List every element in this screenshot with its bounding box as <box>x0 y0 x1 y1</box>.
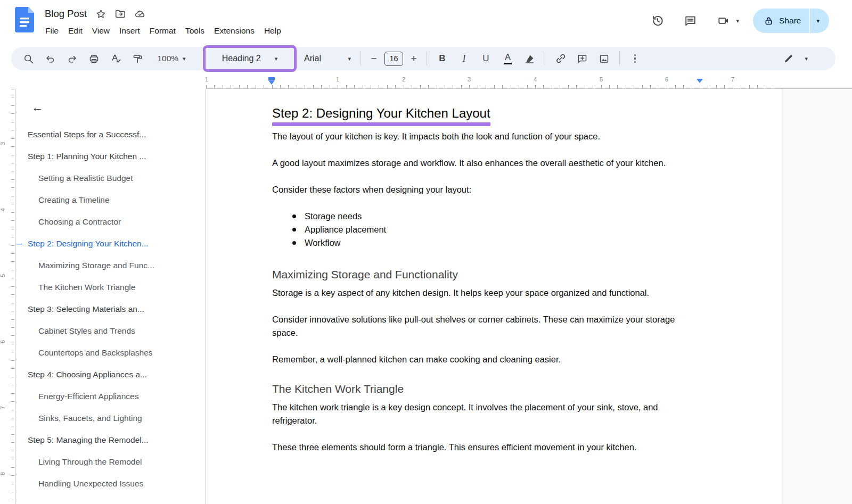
doc-paragraph[interactable]: Consider innovative solutions like pull-… <box>272 313 693 340</box>
first-line-indent-marker[interactable] <box>268 77 275 80</box>
toolbar-divider <box>619 52 620 65</box>
outline-item[interactable]: Step 5: Managing the Remodel... <box>16 429 206 451</box>
zoom-control[interactable]: 100% ▾ <box>149 54 194 63</box>
menu-insert[interactable]: Insert <box>114 24 145 37</box>
paragraph-style-control annotation-highlight-box[interactable]: Heading 2 ▾ <box>203 45 297 72</box>
font-size-field[interactable]: 16 <box>384 52 403 66</box>
paint-format-icon[interactable] <box>127 48 149 69</box>
toolbar-divider <box>361 52 361 65</box>
text-color-button[interactable]: A <box>497 48 519 69</box>
spelling-check-icon[interactable] <box>105 48 127 69</box>
google-docs-logo-icon[interactable] <box>15 7 34 32</box>
outline-item[interactable]: Handling Unexpected Issues <box>16 473 206 494</box>
font-caret-icon: ▾ <box>348 56 351 62</box>
outline-item-label: Countertops and Backsplashes <box>38 348 153 358</box>
right-indent-marker[interactable] <box>697 79 703 83</box>
comments-icon[interactable] <box>682 12 699 29</box>
undo-icon[interactable] <box>39 48 61 69</box>
video-call-caret-icon[interactable]: ▾ <box>736 18 740 24</box>
menu-view[interactable]: View <box>87 24 114 37</box>
share-button[interactable]: Share ▾ <box>753 9 829 33</box>
version-history-icon[interactable] <box>649 12 666 29</box>
highlight-color-icon[interactable] <box>519 48 540 69</box>
redo-icon[interactable] <box>61 48 83 69</box>
video-call-icon[interactable] <box>715 12 732 29</box>
ruler-inch-label: 5 <box>600 76 603 82</box>
doc-paragraph[interactable]: Storage is a key aspect of any kitchen d… <box>272 286 693 300</box>
horizontal-ruler: 11234567 <box>206 75 782 89</box>
outline-item[interactable]: Step 1: Planning Your Kitchen ... <box>16 145 206 167</box>
doc-paragraph[interactable]: The layout of your kitchen is key. It im… <box>272 130 693 143</box>
menu-file[interactable]: File <box>40 24 63 37</box>
doc-bullet-item[interactable]: Storage needs <box>272 210 693 223</box>
paragraph-style-value: Heading 2 <box>222 54 261 63</box>
outline-item[interactable]: Creating a Timeline <box>16 189 206 211</box>
editing-mode-icon[interactable] <box>777 48 799 69</box>
menu-edit[interactable]: Edit <box>63 24 87 37</box>
editing-mode-caret-icon[interactable]: ▾ <box>805 56 808 62</box>
star-icon[interactable] <box>95 8 106 20</box>
document-title[interactable]: Blog Post <box>45 8 87 20</box>
doc-bullet-list[interactable]: Storage needsAppliance placementWorkflow <box>272 210 693 250</box>
outline-item[interactable]: The Kitchen Work Triangle <box>16 276 206 298</box>
doc-paragraph[interactable]: Consider these factors when designing yo… <box>272 183 693 196</box>
left-indent-marker[interactable] <box>268 80 275 85</box>
menu-help[interactable]: Help <box>259 24 286 37</box>
italic-button[interactable]: I <box>453 48 475 69</box>
move-to-folder-icon[interactable] <box>114 8 126 20</box>
menu-tools[interactable]: Tools <box>181 24 209 37</box>
document-outline-panel: ← Essential Steps for a Successf...Step … <box>16 89 206 504</box>
outline-item[interactable]: Countertops and Backsplashes <box>16 342 206 363</box>
outline-item[interactable]: Essential Steps for a Successf... <box>16 123 206 145</box>
doc-heading-2-text[interactable]: Step 2: Designing Your Kitchen Layout <box>272 105 490 121</box>
doc-heading-2[interactable]: Step 2: Designing Your Kitchen Layout <box>272 105 490 126</box>
doc-paragraph[interactable]: The kitchen work triangle is a key desig… <box>272 401 693 427</box>
bold-button[interactable]: B <box>431 48 453 69</box>
outline-item[interactable]: Maximizing Storage and Func... <box>16 254 206 276</box>
more-options-icon[interactable] <box>624 48 646 69</box>
doc-paragraph[interactable]: These three elements should form a trian… <box>272 441 693 454</box>
outline-item-label: Setting a Realistic Budget <box>38 173 133 183</box>
font-family-control[interactable]: Arial ▾ <box>301 54 356 63</box>
outline-item-label: Living Through the Remodel <box>38 457 142 467</box>
outline-item[interactable]: Step 3: Selecting Materials an... <box>16 298 206 320</box>
decrease-font-size-button[interactable]: − <box>365 49 382 68</box>
outline-item[interactable]: Sinks, Faucets, and Lighting <box>16 407 206 429</box>
canvas-background <box>782 89 852 504</box>
close-outline-icon[interactable]: ← <box>29 98 46 115</box>
cloud-saved-icon[interactable] <box>134 8 146 20</box>
outline-item[interactable]: Living Through the Remodel <box>16 451 206 473</box>
annotation-underline <box>272 122 490 126</box>
increase-font-size-button[interactable]: + <box>405 49 422 68</box>
outline-item[interactable]: Setting a Realistic Budget <box>16 167 206 189</box>
outline-item[interactable]: Energy-Efficient Appliances <box>16 385 206 407</box>
doc-bullet-item[interactable]: Workflow <box>272 236 693 250</box>
ruler-inch-label: 8 <box>0 472 6 475</box>
ruler-inch-label: 3 <box>468 76 471 82</box>
doc-heading-3[interactable]: The Kitchen Work Triangle <box>272 379 693 396</box>
outline-item[interactable]: Cabinet Styles and Trends <box>16 320 206 342</box>
share-caret-icon[interactable]: ▾ <box>810 18 826 24</box>
add-comment-icon[interactable] <box>571 48 593 69</box>
outline-item-active[interactable]: –Step 2: Designing Your Kitchen... <box>16 233 206 254</box>
outline-item[interactable]: Step 4: Choosing Appliances a... <box>16 363 206 385</box>
underline-button[interactable]: U <box>475 48 497 69</box>
doc-heading-3[interactable]: Maximizing Storage and Functionality <box>272 265 693 282</box>
print-icon[interactable] <box>83 48 105 69</box>
search-menus-icon[interactable] <box>18 48 39 69</box>
doc-paragraph[interactable]: Remember, a well-planned kitchen can mak… <box>272 353 693 366</box>
insert-image-icon[interactable] <box>593 48 615 69</box>
outline-item-label: Choosing a Contractor <box>38 217 121 227</box>
doc-bullet-item[interactable]: Appliance placement <box>272 223 693 236</box>
document-body[interactable]: Step 2: Designing Your Kitchen LayoutThe… <box>272 105 693 467</box>
menu-format[interactable]: Format <box>145 24 181 37</box>
doc-paragraph[interactable]: A good layout maximizes storage and work… <box>272 156 693 170</box>
outline-item-label: Essential Steps for a Successf... <box>28 130 146 139</box>
ruler-inch-label: 6 <box>0 340 6 343</box>
document-page[interactable]: Step 2: Designing Your Kitchen LayoutThe… <box>206 89 782 504</box>
outline-item[interactable]: Choosing a Contractor <box>16 211 206 233</box>
menu-extensions[interactable]: Extensions <box>209 24 259 37</box>
outline-item-label: Step 4: Choosing Appliances a... <box>28 370 147 379</box>
top-bar: Blog Post FileEditViewInsertFormatToolsE… <box>0 0 852 46</box>
insert-link-icon[interactable] <box>550 48 571 69</box>
